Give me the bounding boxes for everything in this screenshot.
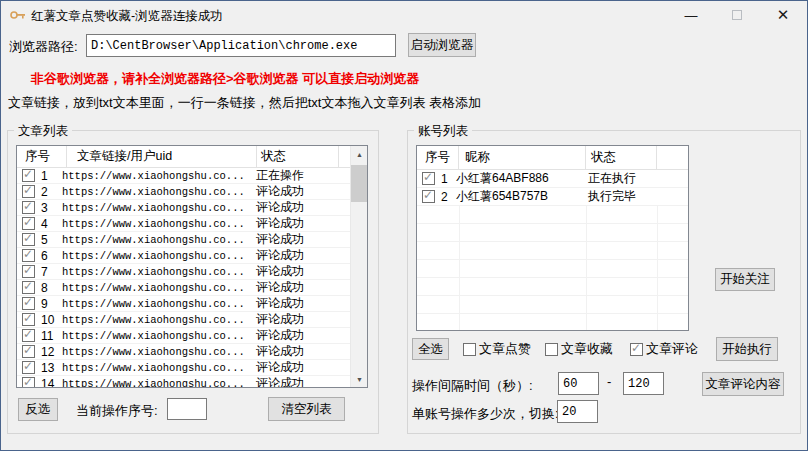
account-col-status[interactable]: 状态 xyxy=(586,146,657,170)
scroll-up-icon[interactable]: ▲ xyxy=(351,146,368,162)
table-row[interactable]: 8https://www.xiaohongshu.co...评论成功 xyxy=(17,280,352,296)
browser-path-input[interactable] xyxy=(86,34,396,57)
row-number: 7 xyxy=(41,265,48,279)
clear-list-button[interactable]: 清空列表 xyxy=(268,397,345,421)
app-key-icon xyxy=(10,9,26,21)
interval-dash: - xyxy=(607,374,611,389)
row-checkbox[interactable] xyxy=(422,172,435,185)
article-col-link[interactable]: 文章链接/用户uid xyxy=(67,146,257,168)
table-row[interactable]: 2https://www.xiaohongshu.co...评论成功 xyxy=(17,184,352,200)
row-status: 评论成功 xyxy=(252,183,304,200)
interval-min-input[interactable] xyxy=(558,372,599,395)
option-like-article[interactable]: 文章点赞 xyxy=(463,340,531,358)
scroll-down-icon[interactable]: ▼ xyxy=(351,371,368,387)
row-checkbox[interactable] xyxy=(22,329,35,342)
row-number: 2 xyxy=(41,185,48,199)
like-checkbox[interactable] xyxy=(463,343,476,356)
row-checkbox[interactable] xyxy=(22,361,35,374)
start-execute-button[interactable]: 开始执行 xyxy=(716,337,778,361)
row-number: 10 xyxy=(41,313,54,327)
title-bar: 红薯文章点赞收藏-浏览器连接成功 — ✕ xyxy=(1,1,807,29)
interval-max-input[interactable] xyxy=(623,372,664,395)
row-nickname: 小红薯654B757B xyxy=(454,188,581,205)
account-group-title: 账号列表 xyxy=(414,123,472,140)
row-checkbox[interactable] xyxy=(22,345,35,358)
close-button[interactable]: ✕ xyxy=(760,1,806,29)
table-row[interactable]: 11https://www.xiaohongshu.co...评论成功 xyxy=(17,328,352,344)
article-list-scrollbar[interactable]: ▲ ▼ xyxy=(350,146,367,387)
row-link: https://www.xiaohongshu.co... xyxy=(62,330,252,342)
warning-text: 非谷歌浏览器，请补全浏览器路径>谷歌浏览器 可以直接启动浏览器 xyxy=(31,70,419,88)
table-row[interactable]: 14https://www.xiaohongshu.co...评论成功 xyxy=(17,376,352,388)
table-row[interactable]: 9https://www.xiaohongshu.co...评论成功 xyxy=(17,296,352,312)
launch-browser-button[interactable]: 启动浏览器 xyxy=(408,33,476,57)
row-checkbox[interactable] xyxy=(22,233,35,246)
table-row[interactable]: 2小红薯654B757B执行完毕 xyxy=(417,188,688,206)
option-collect-article[interactable]: 文章收藏 xyxy=(545,340,613,358)
row-number: 1 xyxy=(441,172,448,186)
row-status: 评论成功 xyxy=(252,231,304,248)
scrollbar-thumb[interactable] xyxy=(351,165,368,202)
row-checkbox[interactable] xyxy=(22,169,35,182)
invert-selection-button[interactable]: 反选 xyxy=(18,398,58,421)
row-status: 评论成功 xyxy=(252,327,304,344)
option-comment-article[interactable]: 文章评论 xyxy=(630,340,698,358)
table-row[interactable]: 10https://www.xiaohongshu.co...评论成功 xyxy=(17,312,352,328)
table-row[interactable]: 1小红薯64ABF886正在执行 xyxy=(417,170,688,188)
like-label: 文章点赞 xyxy=(479,340,531,358)
table-row[interactable]: 4https://www.xiaohongshu.co...评论成功 xyxy=(17,216,352,232)
row-checkbox[interactable] xyxy=(22,185,35,198)
article-col-status[interactable]: 状态 xyxy=(257,146,339,168)
switch-count-input[interactable] xyxy=(557,400,598,423)
row-link: https://www.xiaohongshu.co... xyxy=(62,234,252,246)
article-col-num[interactable]: 序号 xyxy=(17,146,67,168)
row-checkbox[interactable] xyxy=(22,377,35,388)
minimize-icon: — xyxy=(685,8,698,23)
account-col-num[interactable]: 序号 xyxy=(417,146,459,170)
row-checkbox[interactable] xyxy=(22,217,35,230)
row-number: 13 xyxy=(41,361,54,375)
table-row[interactable]: 5https://www.xiaohongshu.co...评论成功 xyxy=(17,232,352,248)
comment-checkbox[interactable] xyxy=(630,343,643,356)
row-link: https://www.xiaohongshu.co... xyxy=(62,314,252,326)
table-row[interactable]: 13https://www.xiaohongshu.co...评论成功 xyxy=(17,360,352,376)
table-row[interactable]: 6https://www.xiaohongshu.co...评论成功 xyxy=(17,248,352,264)
table-row[interactable]: 1https://www.xiaohongshu.co...正在操作 xyxy=(17,168,352,184)
row-status: 评论成功 xyxy=(252,295,304,312)
row-link: https://www.xiaohongshu.co... xyxy=(62,170,252,182)
row-checkbox[interactable] xyxy=(422,190,435,203)
app-window: 红薯文章点赞收藏-浏览器连接成功 — ✕ 浏览器路径: 启动浏览器 非谷歌浏览器… xyxy=(0,0,808,451)
collect-checkbox[interactable] xyxy=(545,343,558,356)
row-number: 11 xyxy=(41,329,53,343)
row-status: 评论成功 xyxy=(252,279,304,296)
row-status: 评论成功 xyxy=(252,263,304,280)
start-follow-button[interactable]: 开始关注 xyxy=(715,268,775,291)
article-list-body: 1https://www.xiaohongshu.co...正在操作 2http… xyxy=(17,168,352,388)
table-row[interactable]: 12https://www.xiaohongshu.co...评论成功 xyxy=(17,344,352,360)
interval-label: 操作间隔时间（秒）: xyxy=(412,377,533,395)
account-col-nickname[interactable]: 昵称 xyxy=(459,146,586,170)
comment-content-button[interactable]: 文章评论内容 xyxy=(702,372,784,396)
instruction-text: 文章链接，放到txt文本里面，一行一条链接，然后把txt文本拖入文章列表 表格添… xyxy=(8,94,481,112)
row-link: https://www.xiaohongshu.co... xyxy=(62,282,252,294)
maximize-button[interactable] xyxy=(714,1,760,29)
row-checkbox[interactable] xyxy=(22,265,35,278)
row-status: 评论成功 xyxy=(252,311,304,328)
row-checkbox[interactable] xyxy=(22,201,35,214)
minimize-button[interactable]: — xyxy=(668,1,714,29)
row-status: 评论成功 xyxy=(252,199,304,216)
row-number: 2 xyxy=(441,190,448,204)
account-list-body: 1小红薯64ABF886正在执行 2小红薯654B757B执行完毕 xyxy=(417,170,688,330)
current-index-input[interactable] xyxy=(167,398,207,420)
row-status: 正在操作 xyxy=(252,167,304,184)
account-list: 序号 昵称 状态 1小红薯64ABF886正在执行 2小红薯654B757B执行… xyxy=(416,145,689,331)
table-row[interactable]: 7https://www.xiaohongshu.co...评论成功 xyxy=(17,264,352,280)
account-col-filler xyxy=(657,146,688,170)
row-checkbox[interactable] xyxy=(22,281,35,294)
row-checkbox[interactable] xyxy=(22,249,35,262)
row-checkbox[interactable] xyxy=(22,297,35,310)
select-all-button[interactable]: 全选 xyxy=(412,338,449,360)
table-row[interactable]: 3https://www.xiaohongshu.co...评论成功 xyxy=(17,200,352,216)
collect-label: 文章收藏 xyxy=(561,340,613,358)
row-checkbox[interactable] xyxy=(22,313,35,326)
